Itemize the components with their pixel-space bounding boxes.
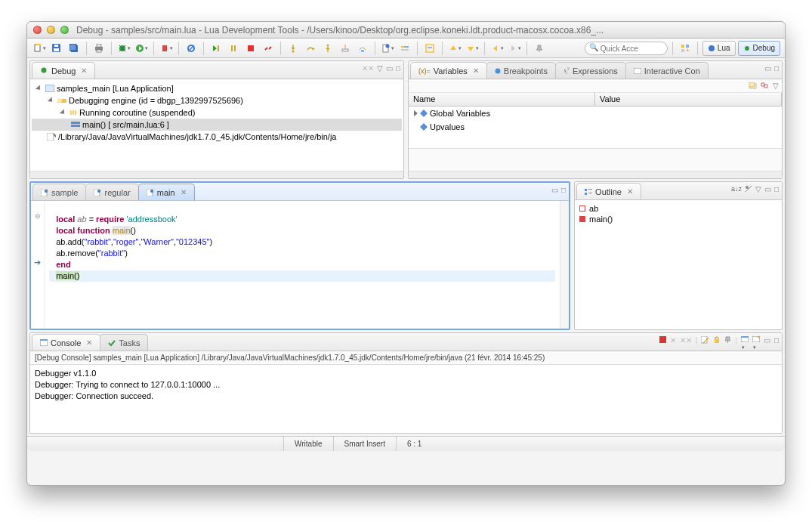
quick-access[interactable]: 🔍 (585, 41, 668, 56)
close-icon[interactable]: ✕ (627, 187, 633, 196)
terminate-icon[interactable] (659, 336, 666, 351)
disconnect-button[interactable] (261, 41, 276, 56)
pin-console-icon[interactable] (724, 336, 731, 351)
back-button[interactable] (489, 41, 505, 56)
minimize-icon[interactable]: ▭ (764, 64, 771, 73)
skip-breakpoints-button[interactable] (184, 41, 199, 56)
remove-terminated-icon[interactable]: ✕✕ (362, 64, 374, 73)
window-title: Debug - samples/src/main.lua - Lua Devel… (76, 25, 779, 36)
maximize-icon[interactable]: □ (774, 336, 779, 351)
print-button[interactable] (91, 41, 107, 56)
forward-button[interactable] (507, 41, 522, 56)
remove-launch-icon[interactable]: ✕ (670, 336, 676, 351)
minimize-icon[interactable]: ▭ (764, 336, 770, 351)
tree-item-app[interactable]: samples_main [Lua Application] (57, 84, 174, 93)
minimize-icon[interactable]: ▭ (764, 185, 771, 193)
maximize-icon[interactable]: □ (774, 185, 779, 193)
lua-file-icon (147, 189, 154, 196)
suspend-button[interactable] (226, 41, 241, 56)
close-window-button[interactable] (33, 26, 42, 34)
open-perspective-button[interactable]: + (678, 41, 693, 56)
new-button[interactable] (32, 41, 47, 56)
console-output[interactable]: Debugger v1.1.0 Debugger: Trying to conn… (30, 365, 782, 433)
view-menu-icon[interactable]: ▽ (773, 82, 779, 90)
maximize-icon[interactable]: □ (561, 186, 566, 194)
tab-variables[interactable]: (x)=Variables✕ (410, 62, 487, 79)
ext-tools-button[interactable] (159, 41, 174, 56)
gutter[interactable]: ⊖ ➔ (31, 201, 45, 329)
minimize-icon[interactable]: ▭ (551, 186, 558, 194)
use-step-filters-button[interactable] (355, 41, 370, 56)
svg-rect-9 (97, 50, 101, 52)
resume-button[interactable] (208, 41, 224, 56)
view-menu-icon[interactable]: ▽ (377, 64, 383, 73)
debug-tree[interactable]: samples_main [Lua Application] Debugging… (30, 79, 403, 171)
overview-ruler[interactable] (560, 201, 569, 329)
prev-annotation-button[interactable] (447, 41, 462, 56)
step-over-button[interactable] (303, 41, 318, 56)
sort-icon[interactable]: a↓z (731, 185, 742, 193)
tab-console[interactable]: Console✕ (32, 334, 100, 351)
tab-expressions[interactable]: ᶍʸExpressions (555, 62, 626, 79)
view-menu-icon[interactable]: ▽ (755, 185, 761, 193)
next-annotation-button[interactable] (465, 41, 480, 56)
fold-icon[interactable]: ⊖ (31, 212, 44, 224)
perspective-debug[interactable]: Debug (738, 41, 780, 56)
tab-editor-regular[interactable]: regular (85, 184, 138, 200)
clear-console-icon[interactable] (701, 336, 709, 351)
remove-all-icon[interactable]: ✕✕ (680, 336, 692, 351)
collapse-all-icon[interactable] (761, 82, 770, 90)
close-icon[interactable]: ✕ (86, 338, 92, 347)
toggle-breadcrumb-button[interactable] (397, 41, 412, 56)
svg-rect-19 (218, 45, 219, 51)
tree-item-jvm[interactable]: /Library/Java/JavaVirtualMachines/jdk1.7… (58, 132, 337, 141)
save-button[interactable] (49, 41, 64, 56)
tab-editor-sample[interactable]: sample (32, 184, 86, 200)
pin-editor-button[interactable] (532, 41, 547, 56)
svg-marker-35 (450, 45, 456, 50)
display-selected-console-icon[interactable] (741, 336, 749, 351)
outline-item-main[interactable]: main() (575, 214, 782, 224)
svg-marker-58 (420, 123, 428, 131)
hide-variables-icon[interactable] (745, 185, 752, 193)
scrollbar[interactable] (409, 171, 782, 178)
tab-breakpoints[interactable]: Breakpoints (486, 62, 556, 79)
open-console-icon[interactable]: + (752, 336, 760, 351)
close-icon[interactable]: ✕ (81, 66, 87, 75)
step-into-button[interactable] (286, 41, 301, 56)
debug-button[interactable] (116, 41, 131, 56)
show-type-names-icon[interactable] (749, 82, 758, 90)
outline-item-ab[interactable]: ab (575, 203, 782, 214)
tab-tasks[interactable]: Tasks (100, 334, 148, 351)
perspective-lua[interactable]: Lua (702, 41, 736, 56)
new-lua-file-button[interactable] (380, 41, 395, 56)
minimize-window-button[interactable] (47, 26, 55, 34)
maximize-icon[interactable]: □ (396, 64, 400, 73)
svg-marker-37 (493, 45, 497, 51)
svg-marker-36 (468, 47, 474, 51)
minimize-icon[interactable]: ▭ (386, 64, 393, 73)
toggle-mark-occurrences-button[interactable] (422, 41, 437, 56)
scrollbar[interactable] (30, 171, 403, 178)
terminate-button[interactable] (243, 41, 258, 56)
maximize-icon[interactable]: □ (774, 64, 779, 73)
var-row-globals[interactable]: Global Variables (409, 107, 782, 120)
tree-item-frame[interactable]: main() [ src/main.lua:6 ] (82, 120, 169, 129)
close-icon[interactable]: ✕ (473, 66, 479, 75)
drop-to-frame-button[interactable] (338, 41, 353, 56)
code-editor[interactable]: ⊖ ➔ local ab = require 'addressbook' loc… (31, 201, 569, 329)
tree-item-coroutine[interactable]: Running coroutine (suspended) (79, 108, 196, 117)
var-row-upvalues[interactable]: Upvalues (409, 120, 782, 134)
tree-item-engine[interactable]: Debugging engine (id = dbgp_139299752569… (69, 96, 243, 105)
save-all-button[interactable] (66, 41, 82, 56)
step-return-button[interactable] (320, 41, 335, 56)
scroll-lock-icon[interactable] (713, 336, 721, 351)
run-button[interactable] (134, 41, 149, 56)
close-icon[interactable]: ✕ (181, 188, 187, 196)
tab-editor-main[interactable]: main✕ (138, 184, 195, 200)
svg-point-62 (97, 190, 100, 193)
tab-outline[interactable]: Outline✕ (576, 183, 641, 199)
zoom-window-button[interactable] (60, 26, 69, 34)
tab-interactive-console[interactable]: Interactive Con (625, 62, 709, 79)
tab-debug[interactable]: Debug✕ (32, 62, 95, 79)
